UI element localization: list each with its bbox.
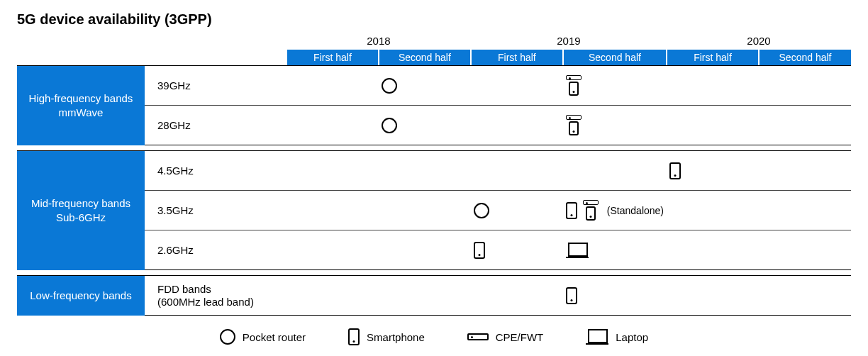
year-2018: 2018	[286, 33, 471, 50]
legend-label: Smartphone	[367, 331, 425, 343]
smartphone-icon	[474, 242, 485, 259]
legend-smartphone: Smartphone	[348, 328, 425, 345]
year-2020: 2020	[667, 33, 851, 50]
freq-4-5ghz: 4.5GHz	[145, 151, 286, 191]
legend-pocket-router: Pocket router	[220, 329, 306, 345]
freq-39ghz: 39GHz	[145, 66, 286, 106]
freq-fdd: FDD bands (600MHz lead band)	[145, 276, 286, 316]
col-2018-h2: Second half	[379, 50, 471, 65]
standalone-note: (Standalone)	[607, 205, 664, 216]
cpe-icon	[566, 75, 582, 80]
smartphone-icon	[586, 206, 596, 221]
smartphone-icon	[566, 287, 577, 304]
pocket-router-icon	[382, 118, 397, 133]
group-label-line: mmWave	[59, 106, 104, 118]
cpe-icon	[566, 115, 582, 120]
col-2020-h2: Second half	[759, 50, 851, 65]
chart-title: 5G device availability (3GPP)	[17, 11, 851, 28]
year-2019: 2019	[471, 33, 667, 50]
legend-label: Pocket router	[243, 331, 306, 343]
group-label-line: Low-frequency bands	[30, 289, 131, 301]
group-low-freq: Low-frequency bands	[17, 276, 145, 316]
col-2019-h2: Second half	[563, 50, 667, 65]
smartphone-icon	[566, 202, 577, 219]
laptop-icon	[566, 243, 589, 258]
group-high-freq: High-frequency bands mmWave	[17, 66, 145, 145]
legend-cpe: CPE/FWT	[467, 331, 544, 343]
laptop-icon	[586, 329, 608, 345]
legend-label: CPE/FWT	[496, 331, 544, 343]
table-row: Low-frequency bands FDD bands (600MHz le…	[17, 276, 851, 316]
pocket-router-icon	[474, 203, 489, 218]
col-2019-h1: First half	[471, 50, 563, 65]
col-2018-h1: First half	[286, 50, 379, 65]
pocket-router-icon	[382, 78, 397, 94]
group-label-line: Sub-6GHz	[56, 211, 106, 223]
legend-label: Laptop	[616, 331, 648, 343]
availability-table: 2018 2019 2020 First half Second half Fi…	[17, 33, 851, 316]
group-label-line: High-frequency bands	[29, 92, 133, 104]
freq-label-line: FDD bands	[157, 283, 211, 295]
group-mid-freq: Mid-frequency bands Sub-6GHz	[17, 151, 145, 270]
legend: Pocket router Smartphone CPE/FWT Laptop	[17, 328, 851, 345]
half-header-row: First half Second half First half Second…	[17, 50, 851, 65]
year-header-row: 2018 2019 2020	[17, 33, 851, 50]
pocket-router-icon	[220, 329, 235, 345]
group-label-line: Mid-frequency bands	[31, 197, 130, 209]
freq-3-5ghz: 3.5GHz	[145, 191, 286, 230]
cpe-icon	[583, 200, 599, 205]
smartphone-icon	[348, 328, 360, 345]
smartphone-icon	[569, 121, 579, 135]
col-2020-h1: First half	[667, 50, 759, 65]
freq-2-6ghz: 2.6GHz	[145, 230, 286, 270]
table-row: High-frequency bands mmWave 39GHz	[17, 66, 851, 106]
cpe-phone-stack-icon	[583, 200, 599, 221]
smartphone-icon	[669, 162, 681, 179]
freq-28ghz: 28GHz	[145, 106, 286, 145]
freq-label-line: (600MHz lead band)	[157, 296, 254, 308]
cpe-phone-stack-icon	[566, 75, 582, 96]
legend-laptop: Laptop	[586, 329, 648, 345]
cpe-phone-stack-icon	[566, 115, 582, 135]
cpe-icon	[467, 333, 489, 340]
table-row: Mid-frequency bands Sub-6GHz 4.5GHz	[17, 151, 851, 191]
smartphone-icon	[569, 82, 579, 96]
